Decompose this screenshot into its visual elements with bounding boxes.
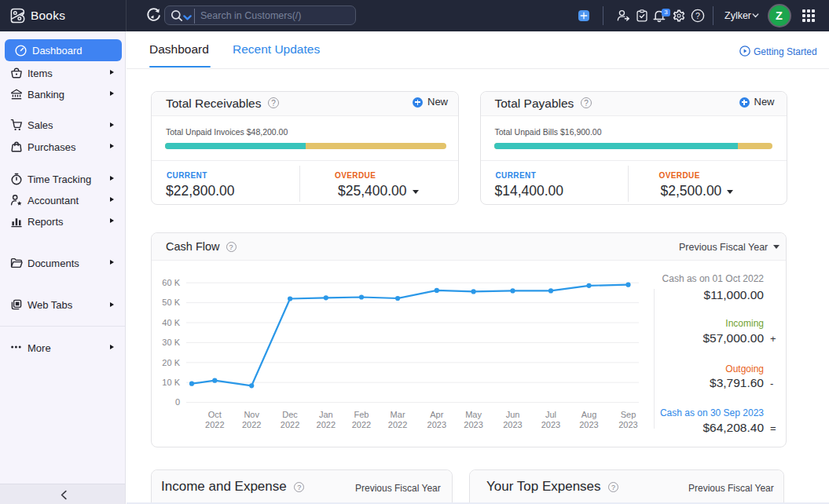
svg-text:Apr: Apr [430,410,443,419]
svg-text:2022: 2022 [388,420,407,429]
svg-text:2022: 2022 [352,420,371,429]
svg-text:Sep: Sep [621,410,636,419]
svg-text:Nov: Nov [244,410,259,419]
svg-text:2023: 2023 [618,420,637,429]
svg-text:?: ? [695,11,700,20]
svg-text:Aug: Aug [581,410,597,419]
svg-text:2023: 2023 [503,420,522,429]
svg-text:40 K: 40 K [162,318,180,327]
svg-text:2022: 2022 [317,420,336,429]
svg-text:20 K: 20 K [162,358,180,367]
svg-text:Jan: Jan [319,410,333,419]
svg-text:10 K: 10 K [162,378,180,387]
svg-text:Jun: Jun [506,410,520,419]
svg-text:May: May [465,410,482,419]
svg-text:2023: 2023 [464,420,482,429]
svg-text:Oct: Oct [208,410,222,419]
svg-text:30 K: 30 K [162,338,180,347]
svg-text:2022: 2022 [205,420,224,429]
svg-text:Dec: Dec [282,410,298,419]
svg-text:0: 0 [175,397,180,407]
svg-text:Mar: Mar [391,410,405,419]
svg-text:2022: 2022 [242,420,261,429]
svg-text:Jul: Jul [545,410,556,419]
svg-text:60 K: 60 K [162,278,180,287]
svg-text:2023: 2023 [541,420,560,429]
svg-text:2023: 2023 [579,420,598,429]
svg-text:50 K: 50 K [162,298,180,307]
svg-text:Feb: Feb [354,410,369,419]
svg-text:2023: 2023 [427,420,446,429]
svg-text:2022: 2022 [281,420,299,429]
